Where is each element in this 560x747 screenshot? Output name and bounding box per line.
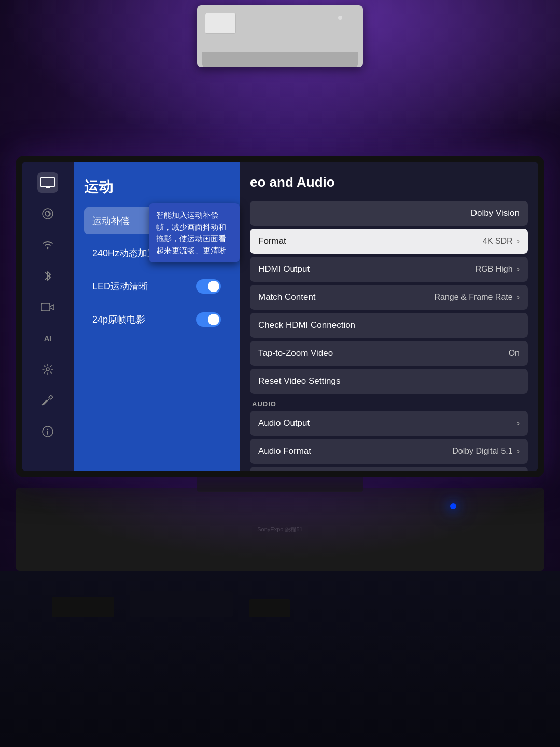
audio-output-row[interactable]: Audio Output ›: [250, 411, 528, 436]
sidebar-icon-ai[interactable]: AI: [37, 328, 58, 349]
check-hdmi-label: Check HDMI Connection: [258, 320, 355, 330]
format-chevron: ›: [517, 237, 520, 246]
sidebar-icon-input[interactable]: [37, 297, 58, 317]
dolby-vision-row[interactable]: Dolby Vision: [250, 201, 528, 226]
audio-format-label: Audio Format: [258, 446, 311, 457]
hdmi-output-chevron: ›: [517, 265, 520, 274]
tv-screen: AI: [22, 162, 538, 471]
svg-rect-0: [41, 177, 54, 187]
film-toggle[interactable]: [196, 312, 221, 327]
sidebar-icon-settings[interactable]: [37, 359, 58, 380]
sidebar-icon-info[interactable]: [37, 421, 58, 442]
sidebar-icon-audio[interactable]: [37, 203, 58, 224]
svg-point-6: [46, 368, 49, 371]
hdmi-output-value: RGB High ›: [475, 265, 520, 274]
film-toggle-row: 24p原帧电影: [84, 305, 229, 334]
audio-section-header: AUDIO: [252, 400, 526, 408]
hdmi-output-label: HDMI Output: [258, 264, 310, 274]
audio-format-value: Dolby Digital 5.1 ›: [452, 447, 520, 456]
panel-title-text: eo and Audio: [250, 174, 335, 190]
match-content-value: Range & Frame Rate ›: [434, 293, 520, 302]
svg-rect-5: [41, 303, 50, 311]
tap-zoom-value: On: [509, 349, 520, 358]
gaming-device-2: [130, 591, 233, 617]
right-panel-title: eo and Audio: [250, 174, 528, 190]
reset-video-label: Reset Video Settings: [258, 376, 340, 386]
ac-indicator-dot: [338, 16, 342, 20]
match-content-row[interactable]: Match Content Range & Frame Rate ›: [250, 285, 528, 310]
sidebar-icon-wifi[interactable]: [37, 234, 58, 255]
tap-zoom-label: Tap-to-Zoom Video: [258, 348, 333, 358]
format-value: 4K SDR ›: [483, 237, 520, 246]
floor-items: [52, 581, 508, 685]
sidebar-icon-display[interactable]: [37, 172, 58, 193]
blue-glow-indicator: [450, 503, 456, 509]
format-row[interactable]: Format 4K SDR ›: [250, 229, 528, 254]
tv-stand: [197, 476, 363, 492]
match-content-chevron: ›: [517, 293, 520, 302]
gaming-device-1: [52, 597, 114, 617]
audio-output-value: ›: [517, 419, 520, 428]
audio-format-chevron: ›: [517, 447, 520, 456]
sidebar-icon-tools[interactable]: [37, 390, 58, 411]
ac-unit: [197, 5, 363, 67]
film-toggle-label: 24p原帧电影: [92, 313, 145, 326]
tooltip-text: 智能加入运动补偿帧，减少画面抖动和拖影，使运动画面看起来更流畅、更清晰: [156, 211, 226, 255]
tap-zoom-row[interactable]: Tap-to-Zoom Video On: [250, 341, 528, 366]
audio-format-row[interactable]: Audio Format Dolby Digital 5.1 ›: [250, 439, 528, 464]
hdmi-output-row[interactable]: HDMI Output RGB High ›: [250, 257, 528, 282]
format-label: Format: [258, 236, 286, 246]
hz-toggle-label: 240Hz动态加速: [92, 247, 157, 259]
sidebar-icon-bluetooth[interactable]: [37, 266, 58, 286]
match-content-label: Match Content: [258, 292, 316, 302]
left-panel-title: 运动: [84, 177, 229, 197]
right-panel: eo and Audio Dolby Vision Format 4K SDR …: [240, 162, 538, 471]
svg-point-3: [43, 209, 53, 219]
led-toggle-label: LED运动清晰: [92, 280, 148, 293]
left-panel: 运动 运动补偿 关闭 › 智能加入运动补偿帧，减少画面抖动和拖影，使运动画面看起…: [74, 162, 240, 471]
svg-rect-1: [46, 187, 50, 188]
check-hdmi-row[interactable]: Check HDMI Connection: [250, 313, 528, 338]
reset-video-row[interactable]: Reset Video Settings: [250, 369, 528, 394]
audio-output-label: Audio Output: [258, 418, 310, 428]
svg-rect-2: [44, 188, 51, 188]
led-toggle-row: LED运动清晰: [84, 272, 229, 301]
sidebar: AI: [22, 162, 74, 471]
audio-output-chevron: ›: [517, 419, 520, 428]
ac-label-sticker: [205, 13, 236, 34]
svg-point-8: [47, 429, 48, 430]
gaming-device-3: [249, 599, 290, 617]
tv-frame: AI: [16, 156, 544, 477]
led-toggle[interactable]: [196, 279, 221, 294]
motion-compensation-label: 运动补偿: [92, 215, 130, 227]
tooltip: 智能加入运动补偿帧，减少画面抖动和拖影，使运动画面看起来更流畅、更清晰: [149, 203, 240, 262]
enhance-dialogue-row[interactable]: Enhance Dialogue Off ›: [250, 467, 528, 471]
dolby-vision-label: Dolby Vision: [471, 208, 520, 218]
